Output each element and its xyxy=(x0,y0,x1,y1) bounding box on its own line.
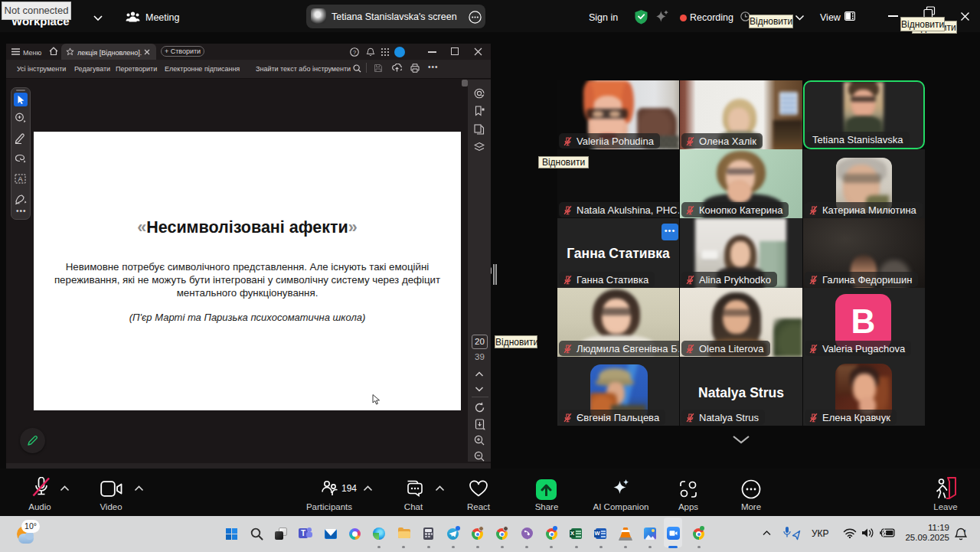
svg-text:z: z xyxy=(964,528,966,533)
svg-text:A: A xyxy=(18,175,22,183)
svg-text:?: ? xyxy=(353,49,356,56)
